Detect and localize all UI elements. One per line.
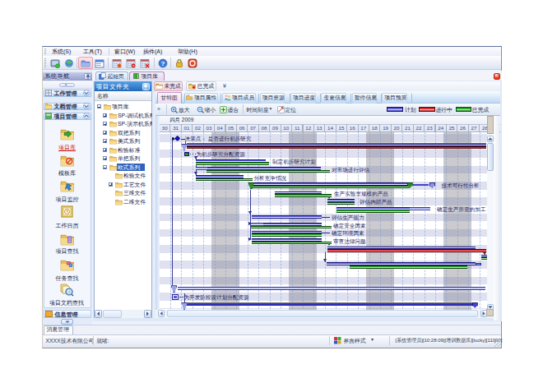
svg-text:?: ? xyxy=(160,60,165,67)
